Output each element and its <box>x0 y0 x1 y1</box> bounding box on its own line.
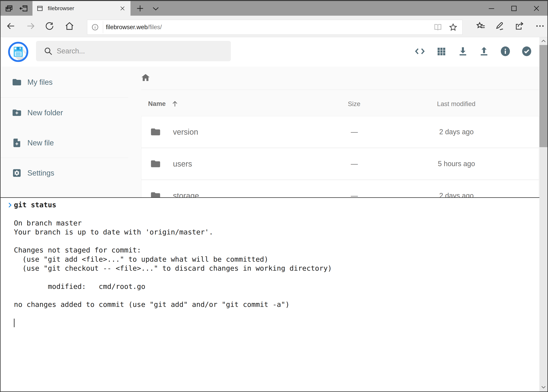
scroll-down-button[interactable] <box>539 383 548 391</box>
code-view-button[interactable] <box>412 43 428 59</box>
file-row-storage[interactable]: storage — 2 days ago <box>141 180 539 197</box>
file-name: storage <box>173 180 199 197</box>
reading-view-button[interactable] <box>431 20 445 34</box>
logo-icon[interactable] <box>8 42 28 62</box>
upload-button[interactable] <box>476 43 492 59</box>
reading-view-icon <box>433 22 443 32</box>
sidebar-item-label: New file <box>28 139 54 147</box>
file-modified: 2 days ago <box>417 116 496 147</box>
file-name: users <box>173 148 192 179</box>
terminal-line: On branch master <box>14 219 535 228</box>
sidebar-item-settings[interactable]: Settings <box>0 158 128 188</box>
file-row-version[interactable]: version — 2 days ago <box>141 116 539 148</box>
home-button[interactable] <box>62 19 76 33</box>
new-tab-icon <box>136 4 145 13</box>
scroll-up-button[interactable] <box>539 37 548 45</box>
terminal-line: (use "git add <file>..." to update what … <box>14 255 535 264</box>
share-icon <box>514 21 525 31</box>
app-header: Search... <box>0 37 548 67</box>
share-button[interactable] <box>513 19 526 33</box>
terminal-panel[interactable]: git status On branch master Your branch … <box>0 197 539 392</box>
hub-button[interactable] <box>474 19 487 33</box>
tab-preview-button[interactable] <box>3 3 15 14</box>
tab-menu-icon <box>151 4 160 13</box>
column-header-name[interactable]: Name <box>148 99 179 109</box>
tab-close-button[interactable] <box>118 4 127 13</box>
sidebar-item-new-file[interactable]: New file <box>0 128 128 158</box>
scrollbar-thumb[interactable] <box>539 45 548 147</box>
tab-page-icon <box>36 5 43 12</box>
info-button[interactable] <box>498 43 513 59</box>
sidebar-item-new-folder[interactable]: New folder <box>0 98 128 127</box>
sort-asc-icon <box>171 100 179 108</box>
sidebar-item-label: New folder <box>28 109 63 117</box>
browser-tab[interactable]: filebrowser <box>33 1 131 16</box>
more-button[interactable] <box>533 19 547 33</box>
browser-toolbar: filebrowser.web/files/ <box>0 16 548 37</box>
folder-icon <box>150 126 161 137</box>
download-button[interactable] <box>455 43 471 59</box>
file-name: version <box>173 116 198 147</box>
maximize-icon <box>510 4 518 13</box>
file-size: — <box>335 148 374 179</box>
column-header-size[interactable]: Size <box>334 100 374 108</box>
sidebar-item-my-files[interactable]: My files <box>0 68 128 97</box>
terminal-line: Changes not staged for commit: <box>14 246 535 255</box>
search-input[interactable]: Search... <box>36 41 231 61</box>
window-close-icon <box>532 4 541 13</box>
browser-window: filebrowser <box>0 0 548 392</box>
grid-view-icon <box>436 46 447 57</box>
address-bar[interactable]: filebrowser.web/files/ <box>87 20 463 35</box>
url-host: filebrowser.web <box>106 24 148 30</box>
minimize-button[interactable] <box>484 1 499 16</box>
upload-icon <box>478 46 490 57</box>
favorite-star-icon <box>448 22 458 32</box>
text-cursor <box>14 319 14 327</box>
sidebar-item-label: Settings <box>28 169 54 177</box>
back-button[interactable] <box>4 19 18 33</box>
terminal-line <box>14 237 535 246</box>
select-multiple-button[interactable] <box>519 43 534 59</box>
web-note-button[interactable] <box>493 19 506 33</box>
page-info-icon[interactable] <box>87 23 103 31</box>
breadcrumb-home-icon[interactable] <box>141 73 150 83</box>
page-scrollbar[interactable] <box>539 37 548 392</box>
favorite-star-button[interactable] <box>446 20 460 34</box>
search-placeholder: Search... <box>57 47 85 55</box>
column-header-label: Name <box>148 100 166 107</box>
set-tabs-aside-icon <box>19 4 28 13</box>
terminal-output: git status On branch master Your branch … <box>14 200 535 327</box>
tab-preview-icon <box>5 4 14 13</box>
refresh-button[interactable] <box>43 19 56 33</box>
tab-menu-button[interactable] <box>150 3 162 14</box>
home-icon <box>64 21 75 31</box>
terminal-line: no changes added to commit (use "git add… <box>14 300 535 309</box>
grid-view-button[interactable] <box>434 43 449 59</box>
forward-button[interactable] <box>24 19 38 33</box>
maximize-button[interactable] <box>506 1 522 16</box>
folder-icon <box>150 158 161 169</box>
file-modified: 5 hours ago <box>417 148 496 179</box>
terminal-line <box>14 309 535 318</box>
back-icon <box>6 21 16 31</box>
hub-icon <box>476 21 486 31</box>
folder-icon <box>12 77 22 87</box>
scroll-up-icon <box>540 38 547 44</box>
web-note-icon <box>495 21 505 31</box>
terminal-line <box>14 210 535 218</box>
file-listing: version — 2 days ago users — 5 hours ago… <box>141 116 539 197</box>
terminal-line: (use "git checkout -- <file>..." to disc… <box>14 264 535 273</box>
forward-icon <box>26 21 36 31</box>
new-tab-button[interactable] <box>134 3 146 14</box>
sidebar-item-label: My files <box>28 78 53 86</box>
file-row-users[interactable]: users — 5 hours ago <box>141 148 539 180</box>
url-path: /files/ <box>148 24 162 30</box>
set-tabs-aside-button[interactable] <box>18 3 29 14</box>
terminal-command: git status <box>14 200 535 210</box>
filebrowser-app: Search... <box>0 37 548 197</box>
breadcrumb-divider <box>141 90 539 90</box>
terminal-line <box>14 273 535 282</box>
window-close-button[interactable] <box>529 1 544 16</box>
terminal-line <box>14 291 535 300</box>
column-header-modified[interactable]: Last modified <box>417 100 495 108</box>
